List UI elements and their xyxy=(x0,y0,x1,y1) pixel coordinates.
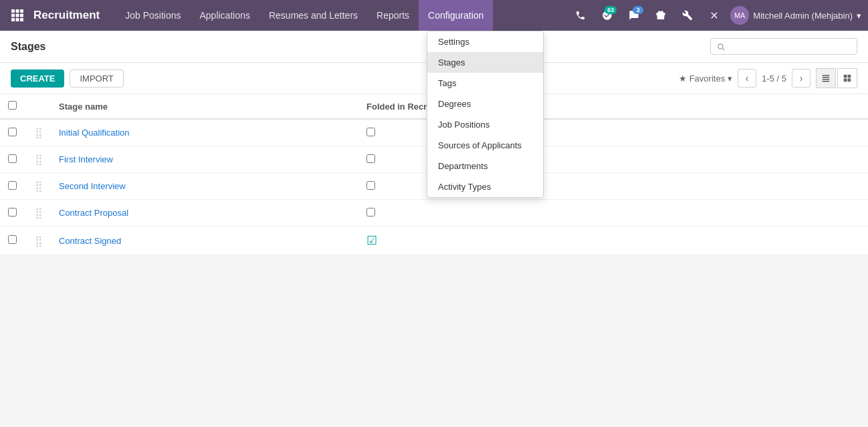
activity-icon-btn[interactable]: 63 xyxy=(596,5,618,26)
row-checkbox-cell xyxy=(0,173,27,200)
pagination-prev[interactable]: ‹ xyxy=(738,69,756,88)
nav-resumes-letters[interactable]: Resumes and Letters xyxy=(259,0,367,31)
drag-handle-cell: ⣿ xyxy=(27,200,51,227)
row-checkbox[interactable] xyxy=(8,208,17,217)
svg-rect-14 xyxy=(848,75,851,78)
stage-name-cell: Contract Signed xyxy=(51,227,358,255)
row-checkbox-cell xyxy=(0,146,27,173)
row-checkbox[interactable] xyxy=(8,128,17,136)
search-input[interactable] xyxy=(730,41,850,51)
folded-checkbox[interactable] xyxy=(366,181,375,190)
drag-handle-cell: ⣿ xyxy=(27,146,51,173)
toolbar-right: ★ Favorites ▾ ‹ 1-5 / 5 › xyxy=(679,68,857,88)
nav-job-positions[interactable]: Job Positions xyxy=(116,0,190,31)
svg-rect-7 xyxy=(16,18,19,21)
create-button[interactable]: CREATE xyxy=(11,69,64,88)
nav-configuration[interactable]: Configuration xyxy=(419,0,493,31)
svg-rect-6 xyxy=(11,18,15,21)
top-navigation: Recruitment Job Positions Applications R… xyxy=(0,0,868,31)
close-icon-btn[interactable] xyxy=(703,5,725,26)
pagination-next[interactable]: › xyxy=(792,69,810,88)
row-checkbox-cell xyxy=(0,200,27,227)
favorites-label: Favorites xyxy=(689,74,725,84)
drag-handle-icon[interactable]: ⣿ xyxy=(35,180,43,192)
nav-reports[interactable]: Reports xyxy=(367,0,419,31)
folded-checkbox[interactable] xyxy=(366,208,375,217)
configuration-dropdown: SettingsStagesTagsDegreesJob PositionsSo… xyxy=(427,31,544,198)
config-dropdown-item-tags[interactable]: Tags xyxy=(427,73,543,94)
folded-cell: ☑ xyxy=(358,227,868,255)
select-all-checkbox[interactable] xyxy=(8,101,17,110)
row-checkbox-cell xyxy=(0,119,27,146)
stage-name-link[interactable]: First Interview xyxy=(59,154,113,164)
config-dropdown-item-sources[interactable]: Sources of Applicants xyxy=(427,135,543,156)
svg-rect-8 xyxy=(20,18,23,21)
row-checkbox-cell xyxy=(0,227,27,255)
favorites-button[interactable]: ★ Favorites ▾ xyxy=(679,74,732,84)
svg-rect-11 xyxy=(823,79,830,80)
svg-rect-10 xyxy=(823,77,830,78)
user-menu[interactable]: MA Mitchell Admin (Mehjabin) ▾ xyxy=(730,6,861,25)
stage-name-link[interactable]: Contract Signed xyxy=(59,236,121,246)
user-name: Mitchell Admin (Mehjabin) xyxy=(753,11,853,21)
config-dropdown-item-activity-types[interactable]: Activity Types xyxy=(427,176,543,197)
search-bar xyxy=(710,38,857,55)
view-toggle xyxy=(816,68,857,88)
select-all-header xyxy=(0,94,27,119)
config-dropdown-item-degrees[interactable]: Degrees xyxy=(427,94,543,114)
svg-rect-16 xyxy=(848,79,851,82)
svg-rect-5 xyxy=(20,14,23,17)
pagination-info: 1-5 / 5 xyxy=(762,74,786,84)
config-dropdown-item-stages[interactable]: Stages xyxy=(427,52,543,73)
drag-handle-icon[interactable]: ⣿ xyxy=(35,207,43,219)
folded-checked-icon: ☑ xyxy=(366,234,377,247)
svg-rect-9 xyxy=(823,75,830,76)
stage-name-cell: Initial Qualification xyxy=(51,119,358,146)
stage-name-header[interactable]: Stage name xyxy=(51,94,358,119)
table-row: ⣿ Contract Proposal xyxy=(0,200,868,227)
import-button[interactable]: IMPORT xyxy=(70,69,123,88)
drag-handle-icon[interactable]: ⣿ xyxy=(35,235,43,247)
gift-icon-btn[interactable] xyxy=(650,5,671,26)
nav-applications[interactable]: Applications xyxy=(190,0,259,31)
favorites-chevron-icon: ▾ xyxy=(728,74,732,84)
activity-badge: 63 xyxy=(605,6,617,14)
stage-name-cell: First Interview xyxy=(51,146,358,173)
page-title: Stages xyxy=(11,41,45,53)
messages-badge: 3 xyxy=(633,6,643,14)
svg-rect-1 xyxy=(16,9,19,13)
row-checkbox[interactable] xyxy=(8,235,17,244)
drag-handle-cell: ⣿ xyxy=(27,227,51,255)
apps-menu-icon[interactable] xyxy=(7,5,28,26)
config-dropdown-item-job-positions[interactable]: Job Positions xyxy=(427,114,543,135)
svg-rect-4 xyxy=(16,14,19,17)
row-checkbox[interactable] xyxy=(8,154,17,163)
svg-rect-0 xyxy=(11,9,15,13)
folded-checkbox[interactable] xyxy=(366,128,375,136)
config-dropdown-item-departments[interactable]: Departments xyxy=(427,156,543,176)
folded-checkbox[interactable] xyxy=(366,154,375,163)
wrench-icon-btn[interactable] xyxy=(677,5,698,26)
svg-rect-12 xyxy=(823,81,830,82)
grid-view-button[interactable] xyxy=(837,68,857,88)
drag-handle-cell: ⣿ xyxy=(27,119,51,146)
svg-rect-3 xyxy=(11,14,15,17)
star-icon: ★ xyxy=(679,74,687,84)
phone-icon-btn[interactable] xyxy=(570,5,591,26)
list-view-button[interactable] xyxy=(816,68,836,88)
stage-name-cell: Second Interview xyxy=(51,173,358,200)
row-checkbox[interactable] xyxy=(8,181,17,190)
drag-handle-icon[interactable]: ⣿ xyxy=(35,154,43,165)
drag-handle-icon[interactable]: ⣿ xyxy=(35,127,43,138)
stage-name-cell: Contract Proposal xyxy=(51,200,358,227)
user-chevron-icon: ▾ xyxy=(857,11,861,21)
stage-name-link[interactable]: Contract Proposal xyxy=(59,208,128,218)
main-nav-menu: Job Positions Applications Resumes and L… xyxy=(116,0,570,31)
handle-header xyxy=(27,94,51,119)
config-dropdown-item-settings[interactable]: Settings xyxy=(427,31,543,52)
stage-name-link[interactable]: Second Interview xyxy=(59,181,126,191)
messages-icon-btn[interactable]: 3 xyxy=(623,5,645,26)
app-brand: Recruitment xyxy=(33,9,100,22)
stage-name-link[interactable]: Initial Qualification xyxy=(59,128,130,138)
search-input-wrap[interactable] xyxy=(710,38,857,55)
